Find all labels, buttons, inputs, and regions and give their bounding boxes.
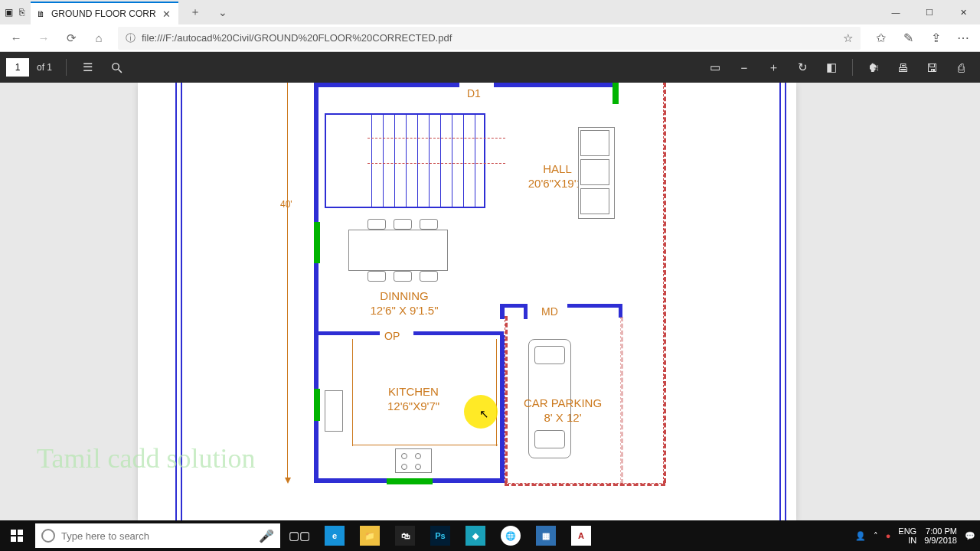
task-view-icon[interactable]: ▢▢: [282, 520, 317, 551]
separator: [852, 59, 853, 76]
tab-title: GROUND FLOOR CORR: [51, 8, 156, 19]
stove-burner: [401, 464, 407, 470]
more-icon[interactable]: ⋯: [949, 25, 977, 51]
dashed-line: [505, 316, 508, 483]
chair: [420, 271, 438, 282]
pdf-viewport[interactable]: 40' D1: [0, 83, 980, 520]
app-icon[interactable]: ◆: [458, 520, 493, 551]
start-button[interactable]: [0, 520, 34, 551]
window-marker: [387, 478, 433, 484]
rotate-icon[interactable]: ↻: [789, 54, 815, 80]
tray-status-icon[interactable]: ●: [886, 531, 891, 540]
language-indicator[interactable]: ENG IN: [898, 527, 916, 545]
wall: [779, 83, 781, 520]
time-label: 7:00 PM: [924, 527, 957, 536]
room-dim: 8' X 12': [513, 411, 612, 425]
date-label: 9/9/2018: [924, 536, 957, 545]
refresh-button[interactable]: ⟳: [58, 25, 84, 51]
stair-tread: [383, 113, 384, 208]
stair: [325, 207, 485, 208]
dashed-line: [505, 483, 665, 486]
wall: [318, 331, 380, 335]
wall: [413, 331, 504, 335]
save-as-icon[interactable]: ⎙: [948, 54, 974, 80]
page-number-input[interactable]: 1: [6, 58, 29, 77]
stair-tread: [417, 113, 418, 208]
tabs-dropdown-icon[interactable]: ⌄: [212, 6, 234, 18]
close-icon[interactable]: ✕: [162, 8, 171, 20]
svg-rect-3: [18, 530, 23, 535]
dining-table: [348, 230, 448, 271]
notes-icon[interactable]: ✎: [894, 25, 922, 51]
stair: [325, 113, 485, 115]
contents-icon[interactable]: ☰: [74, 54, 100, 80]
dim-arrow-icon: [285, 478, 291, 484]
home-button[interactable]: ⌂: [86, 25, 112, 51]
wall: [619, 304, 622, 318]
save-icon[interactable]: 🖫: [919, 54, 945, 80]
favorites-icon[interactable]: ✩: [867, 25, 894, 51]
kitchen-label: KITCHEN 12'6"X9'7": [368, 385, 459, 414]
layout-icon[interactable]: ◧: [818, 54, 844, 80]
svg-point-0: [112, 63, 119, 70]
page-of-label: of 1: [37, 62, 52, 73]
back-button[interactable]: ←: [3, 25, 29, 51]
clock[interactable]: 7:00 PM 9/9/2018: [924, 527, 957, 545]
store-icon[interactable]: 🛍: [387, 520, 423, 551]
print-icon[interactable]: 🖶: [890, 54, 916, 80]
chair: [368, 271, 386, 282]
app-icon-2[interactable]: ▦: [528, 520, 564, 551]
titlebar: ▣ ⎘ 🗎 GROUND FLOOR CORR ✕ ＋ ⌄ — ☐ ✕: [0, 0, 980, 24]
edge-icon[interactable]: e: [317, 520, 352, 551]
stair-tread: [394, 113, 395, 208]
stair-tread: [440, 113, 441, 208]
sofa-cushion: [580, 188, 609, 214]
fit-page-icon[interactable]: ▭: [702, 54, 728, 80]
chair: [368, 219, 386, 230]
forward-button[interactable]: →: [31, 25, 57, 51]
photoshop-icon[interactable]: Ps: [423, 520, 458, 551]
stove: [395, 448, 432, 473]
close-window-button[interactable]: ✕: [946, 0, 980, 24]
autocad-icon[interactable]: A: [564, 520, 599, 551]
minimize-button[interactable]: —: [879, 0, 913, 24]
notifications-icon[interactable]: 💬: [965, 531, 975, 541]
wall: [567, 304, 622, 308]
stair-direction: [368, 163, 505, 165]
room-name: KITCHEN: [368, 385, 459, 399]
stair-tread: [406, 113, 407, 208]
zoom-out-button[interactable]: −: [731, 54, 757, 80]
dimension-label: 40': [280, 199, 292, 210]
svg-line-1: [118, 69, 121, 72]
chair: [420, 219, 438, 230]
wall: [785, 83, 786, 520]
search-icon[interactable]: [103, 54, 129, 80]
door-marker: [314, 389, 320, 421]
pdf-toolbar: 1 of 1 ☰ ▭ − ＋ ↻ ◧ 🗣 🖶 🖫 ⎙: [0, 52, 980, 83]
wall: [314, 83, 318, 483]
search-input[interactable]: [61, 530, 253, 542]
dashed-line: [663, 83, 666, 483]
chrome-icon[interactable]: 🌐: [493, 520, 528, 551]
url-box[interactable]: ⓘ file:///F:/autocad%20Civil/GROUND%20FL…: [118, 27, 861, 50]
share-icon[interactable]: ⇪: [922, 25, 949, 51]
maximize-button[interactable]: ☐: [913, 0, 946, 24]
mic-icon[interactable]: 🎤: [259, 529, 274, 543]
region-label: IN: [898, 536, 916, 545]
carpark-label: CAR PARKING 8' X 12': [513, 396, 612, 425]
new-tab-button[interactable]: ＋: [185, 5, 206, 19]
watermark: Tamil cadd solution: [37, 442, 255, 474]
favorite-icon[interactable]: ☆: [843, 31, 853, 45]
room-dim: 12'6" X 9'1.5": [343, 304, 466, 318]
lang-label: ENG: [898, 527, 916, 536]
explorer-icon[interactable]: 📁: [352, 520, 387, 551]
tray-chevron-icon[interactable]: ˄: [874, 531, 878, 541]
stair-tread: [452, 113, 452, 208]
browser-tab[interactable]: 🗎 GROUND FLOOR CORR ✕: [31, 2, 178, 24]
separator: [66, 59, 67, 76]
people-icon[interactable]: 👤: [855, 531, 866, 541]
read-aloud-icon[interactable]: 🗣: [861, 54, 887, 80]
zoom-in-button[interactable]: ＋: [760, 54, 786, 80]
taskbar-search[interactable]: 🎤: [35, 523, 280, 548]
wall: [524, 304, 528, 319]
